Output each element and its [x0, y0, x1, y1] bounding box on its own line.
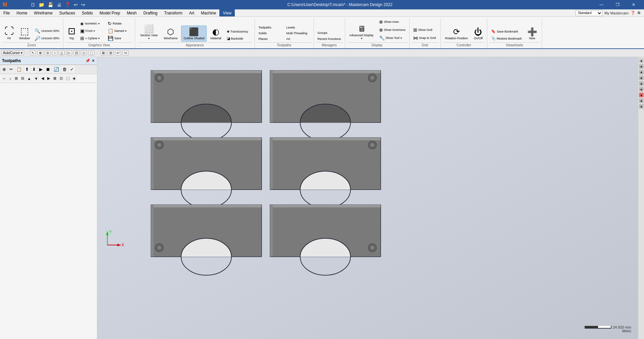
translucency-button[interactable]: ◈ Translucency — [225, 28, 252, 35]
cursor-snap-1[interactable]: ⊞ — [100, 50, 106, 55]
toolpaths-btn[interactable]: Toolpaths — [257, 25, 284, 30]
menu-file[interactable]: File — [0, 9, 13, 16]
minimize-button[interactable]: — — [594, 0, 609, 9]
cursor-tool-2[interactable]: ⊕ — [37, 50, 43, 55]
wireframe-button[interactable]: ⬡ Wireframe — [161, 26, 180, 42]
cursor-tool-1[interactable]: ↖ — [30, 50, 36, 55]
settings-icon[interactable]: ⚙ — [637, 11, 641, 15]
rotation-position-button[interactable]: ⟳ Rotation Position — [443, 26, 470, 42]
groups-btn[interactable]: Groups — [316, 30, 343, 36]
panel-tool-up[interactable]: ⬆ — [24, 66, 30, 73]
cursor-tool-7[interactable]: ⊡ — [73, 50, 79, 55]
snap-to-grid-btn[interactable]: ⋈ Snap to Grid — [412, 34, 438, 42]
panel-tool-b9[interactable]: ⊠ — [52, 75, 58, 82]
show-grid-btn[interactable]: ⊞ Show Grid — [412, 26, 438, 34]
panel-tool-b8[interactable]: ▶ — [46, 75, 51, 82]
qat-save[interactable]: 💾 — [47, 2, 54, 8]
levels-btn[interactable]: Levels — [285, 25, 312, 30]
outline-shaded-button[interactable]: ⬛ Outline Shaded — [181, 26, 207, 42]
panel-tool-b12[interactable]: ◈ — [71, 75, 77, 82]
autocursor-button[interactable]: AutoCursor ▾ — [1, 50, 24, 55]
right-panel-btn-5[interactable]: ◈ — [639, 81, 644, 86]
menu-drafting[interactable]: Drafting — [140, 9, 161, 16]
solids-btn[interactable]: Solids — [257, 31, 284, 36]
cursor-tool-undo[interactable]: ↩ — [115, 50, 121, 55]
new-viewsheet-button[interactable]: ➕ New — [525, 26, 540, 42]
menu-model-prep[interactable]: Model Prep — [96, 9, 123, 16]
panel-tool-b3[interactable]: ⊞ — [13, 75, 19, 82]
panel-tool-refresh[interactable]: 🔄 — [52, 66, 60, 73]
planes-btn[interactable]: Planes — [257, 36, 284, 42]
menu-mesh[interactable]: Mesh — [123, 9, 140, 16]
show-axes-btn[interactable]: ⊕ Show Axes — [377, 18, 407, 26]
menu-home[interactable]: Home — [13, 9, 31, 16]
cursor-tool-3[interactable]: ⊙ — [45, 50, 51, 55]
menu-solids[interactable]: Solids — [78, 9, 96, 16]
recent-functions-btn[interactable]: Recent Functions — [316, 36, 343, 42]
panel-tool-stop[interactable]: ⏹ — [45, 66, 52, 73]
unzoom80-button[interactable]: 🔎 Unzoom 80% — [33, 35, 61, 42]
panel-tool-b10[interactable]: ⊡ — [58, 75, 64, 82]
panel-tool-check[interactable]: ✓ — [69, 66, 75, 73]
panel-tool-b4[interactable]: ⊟ — [20, 75, 25, 82]
panel-tool-b7[interactable]: ◀ — [40, 75, 45, 82]
on-off-button[interactable]: ⏻ On/Off — [472, 26, 485, 42]
top-button[interactable]: ⊡ Top — [65, 24, 78, 42]
qat-redo[interactable]: ↪ — [80, 2, 86, 8]
view-dropdown[interactable]: Standard — [576, 10, 602, 16]
help-icon[interactable]: ❓ — [631, 11, 635, 15]
panel-tool-down[interactable]: ⬇ — [31, 66, 37, 73]
right-panel-btn-9[interactable]: ◈ — [639, 104, 644, 109]
right-panel-btn-6[interactable]: ◈ — [639, 87, 644, 92]
cursor-snap-2[interactable]: ⊟ — [108, 50, 114, 55]
rotate-button[interactable]: ↻ Rotate — [106, 20, 133, 27]
qat-print[interactable]: 🖨 — [56, 2, 62, 8]
show-tool-btn[interactable]: 🔧 Show Tool ▾ — [377, 34, 407, 42]
panel-pin-button[interactable]: 📌 — [85, 58, 90, 63]
advanced-display-button[interactable]: 🖥 Advanced Display ▾ — [347, 22, 376, 42]
menu-surfaces[interactable]: Surfaces — [56, 9, 78, 16]
cursor-tool-4[interactable]: ○ — [52, 50, 57, 55]
panel-tool-b11[interactable]: ⬚ — [65, 75, 71, 82]
right-panel-btn-4[interactable]: ◈ — [639, 76, 644, 80]
isometric-button[interactable]: ◈ Isometric ▾ — [78, 20, 105, 27]
panel-tool-delete[interactable]: 🗑 — [61, 66, 68, 73]
panel-tool-b5[interactable]: ▲ — [26, 75, 33, 82]
qat-new[interactable]: 🗋 — [30, 2, 36, 8]
panel-tool-b2[interactable]: ↕ — [8, 75, 13, 82]
right-panel-btn-7[interactable]: ◈ — [639, 93, 644, 97]
cursor-tool-redo[interactable]: ↪ — [122, 50, 128, 55]
menu-art[interactable]: Art — [186, 9, 198, 16]
cplane-button[interactable]: ⊞ = Cplane ▾ — [78, 35, 105, 42]
parts-canvas[interactable]: Y X — [97, 57, 638, 339]
right-panel-btn-2[interactable]: ◈ — [639, 64, 644, 69]
menu-transform[interactable]: Transform — [161, 9, 186, 16]
menu-wireframe[interactable]: Wireframe — [31, 9, 56, 16]
save-view-button[interactable]: 💾 Save — [106, 35, 133, 42]
qat-open[interactable]: 📁 — [38, 2, 45, 8]
menu-view[interactable]: View — [219, 9, 235, 16]
panel-tool-b1[interactable]: ↔ — [1, 75, 7, 82]
right-panel-btn-3[interactable]: ◈ — [639, 70, 644, 75]
unzoom50-button[interactable]: 🔍 Unzoom 50% — [33, 28, 61, 34]
panel-tool-add[interactable]: ⊕ — [1, 66, 7, 73]
named-button[interactable]: 📋 Named ▾ — [106, 28, 133, 34]
panel-tool-b6[interactable]: ▼ — [33, 75, 39, 82]
show-gnomons-btn[interactable]: ⊗ Show Gnomons — [377, 26, 407, 34]
maximize-button[interactable]: ❐ — [610, 0, 625, 9]
multi-threading-btn[interactable]: Multi-Threading — [285, 31, 312, 36]
cursor-tool-6[interactable]: ▷ — [66, 50, 72, 55]
right-panel-btn-1[interactable]: ◈ — [639, 58, 644, 63]
cursor-tool-8[interactable]: ◇ — [81, 50, 87, 55]
cursor-tool-5[interactable]: △ — [59, 50, 65, 55]
panel-tool-run[interactable]: ▶ — [38, 66, 44, 73]
panel-tool-cut[interactable]: ✂ — [8, 66, 14, 73]
qat-help[interactable]: ❓ — [64, 2, 71, 8]
close-button[interactable]: ✕ — [626, 0, 641, 9]
qat-undo[interactable]: ↩ — [73, 2, 79, 8]
section-view-button[interactable]: ⬜ Section View ▾ — [138, 22, 160, 42]
panel-close-button[interactable]: ✕ — [92, 58, 95, 63]
viewport[interactable]: Y X 24.920 mm Metric — [97, 57, 638, 339]
window-button[interactable]: ⬚ Window — [17, 24, 32, 42]
art-btn[interactable]: Art — [285, 36, 312, 42]
